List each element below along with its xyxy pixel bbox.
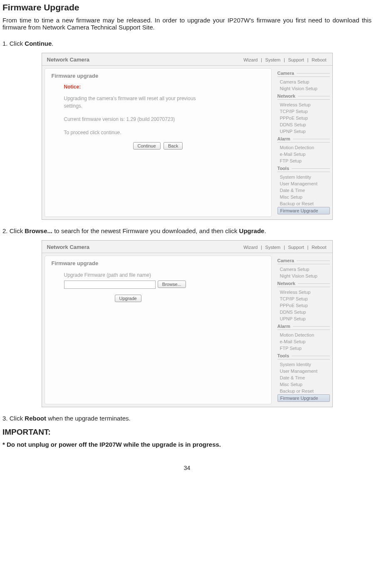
side-head-alarm: Alarm (277, 136, 330, 143)
sidebar-item[interactable]: e-Mail Setup (277, 338, 330, 345)
intro-text: From time to time a new firmware may be … (2, 17, 372, 31)
sidebar-item[interactable]: User Management (277, 368, 330, 374)
step2-bold2: Upgrade (239, 227, 265, 234)
continue-button[interactable]: Continue (133, 142, 161, 150)
step-3: 3. Click Reboot when the upgrade termina… (2, 415, 372, 422)
sidebar-item[interactable]: Motion Detection (277, 144, 330, 151)
top-links: Wizard | System | Support | Reboot (243, 244, 327, 250)
top-links: Wizard | System | Support | Reboot (243, 57, 327, 63)
notice-label: Notice: (64, 84, 265, 90)
side-head-camera: Camera (277, 258, 330, 264)
sidebar-item[interactable]: Backup or Reset (277, 388, 330, 394)
browse-button[interactable]: Browse... (158, 280, 186, 288)
step3-prefix: 3. Click (2, 415, 25, 422)
sidebar: Camera Camera Setup Night Vision Setup N… (274, 253, 332, 407)
sidebar-item[interactable]: Misc Setup (277, 381, 330, 388)
app-title: Network Camera (47, 244, 90, 250)
sidebar-item[interactable]: Night Vision Setup (277, 273, 330, 279)
panel-title: Firmware upgrade (52, 73, 265, 79)
sidebar-item[interactable]: Backup or Reset (277, 200, 330, 207)
link-wizard[interactable]: Wizard (243, 245, 258, 250)
warning-text: * Do not unplug or power off the IP207W … (2, 441, 372, 448)
step2-mid: to search for the newest Firmware you do… (52, 227, 239, 234)
sidebar-item[interactable]: TCP/IP Setup (277, 295, 330, 302)
link-support[interactable]: Support (288, 57, 304, 62)
step-2: 2. Click Browse... to search for the new… (2, 227, 372, 234)
screenshot-1: Network Camera Wizard | System | Support… (42, 53, 333, 220)
sidebar-item[interactable]: Night Vision Setup (277, 85, 330, 92)
sidebar-item[interactable]: Wireless Setup (277, 101, 330, 108)
page-heading: Firmware Upgrade (2, 2, 372, 12)
app-title: Network Camera (47, 57, 90, 63)
screenshot-2: Network Camera Wizard | System | Support… (42, 240, 333, 407)
important-heading: IMPORTANT: (2, 428, 372, 437)
sep: | (261, 245, 262, 250)
side-head-camera: Camera (277, 71, 330, 77)
file-path-input[interactable] (64, 280, 156, 289)
sep: | (307, 57, 309, 62)
link-system[interactable]: System (265, 57, 281, 62)
back-button[interactable]: Back (163, 142, 183, 150)
sidebar-item-firmware-upgrade[interactable]: Firmware Upgrade (277, 394, 330, 402)
link-wizard[interactable]: Wizard (243, 57, 258, 62)
titlebar: Network Camera Wizard | System | Support… (42, 53, 332, 66)
sidebar-item[interactable]: User Management (277, 180, 330, 187)
page-number: 34 (2, 465, 372, 471)
sep: | (261, 57, 262, 62)
titlebar: Network Camera Wizard | System | Support… (42, 241, 332, 253)
sep: | (307, 245, 309, 250)
notice-text-3: To proceed click continue. (64, 129, 214, 136)
sidebar-item[interactable]: Camera Setup (277, 266, 330, 273)
sidebar-item[interactable]: DDNS Setup (277, 309, 330, 315)
link-reboot[interactable]: Reboot (312, 245, 326, 250)
sidebar-item[interactable]: Wireless Setup (277, 289, 330, 295)
sidebar-item-firmware-upgrade[interactable]: Firmware Upgrade (277, 207, 330, 214)
step2-prefix: 2. Click (2, 227, 25, 234)
sidebar-item[interactable]: Camera Setup (277, 79, 330, 85)
content-panel: Firmware upgrade Notice: Upgrading the c… (45, 68, 272, 217)
step-1: 1. Click Continue. (2, 40, 372, 47)
step2-suffix: . (264, 227, 266, 234)
link-system[interactable]: System (265, 245, 281, 250)
sidebar-item[interactable]: FTP Setup (277, 157, 330, 164)
sidebar-item[interactable]: Motion Detection (277, 332, 330, 338)
sidebar-item[interactable]: FTP Setup (277, 345, 330, 352)
sidebar-item[interactable]: System Identity (277, 361, 330, 368)
side-head-network: Network (277, 93, 330, 100)
step3-suffix: when the upgrade terminates. (46, 415, 131, 422)
notice-text-2: Current firmware version is: 1.29 (build… (64, 116, 214, 123)
side-head-tools: Tools (277, 353, 330, 359)
side-head-alarm: Alarm (277, 324, 330, 330)
sidebar-item[interactable]: UPNP Setup (277, 128, 330, 135)
notice-text-1: Upgrading the camera's firmware will res… (64, 95, 214, 110)
step1-prefix: 1. Click (2, 40, 25, 47)
sidebar-item[interactable]: Misc Setup (277, 194, 330, 200)
panel-title: Firmware upgrade (52, 260, 265, 266)
side-head-tools: Tools (277, 166, 330, 172)
step1-suffix: . (52, 40, 53, 47)
sidebar-item[interactable]: Date & Time (277, 374, 330, 381)
sidebar-item[interactable]: e-Mail Setup (277, 151, 330, 157)
sidebar-item[interactable]: PPPoE Setup (277, 115, 330, 121)
sidebar-item[interactable]: DDNS Setup (277, 121, 330, 128)
link-reboot[interactable]: Reboot (312, 57, 326, 62)
link-support[interactable]: Support (288, 245, 304, 250)
upgrade-label: Upgrade Firmware (path and file name) (64, 271, 214, 279)
step3-bold: Reboot (25, 415, 46, 422)
sidebar-item[interactable]: UPNP Setup (277, 315, 330, 322)
side-head-network: Network (277, 281, 330, 287)
sidebar-item[interactable]: Date & Time (277, 187, 330, 194)
content-panel: Firmware upgrade Upgrade Firmware (path … (45, 256, 272, 404)
sidebar: Camera Camera Setup Night Vision Setup N… (274, 66, 332, 219)
sidebar-item[interactable]: TCP/IP Setup (277, 108, 330, 115)
step1-bold: Continue (25, 40, 52, 47)
sep: | (284, 57, 285, 62)
sidebar-item[interactable]: PPPoE Setup (277, 302, 330, 309)
upgrade-button[interactable]: Upgrade (115, 295, 141, 302)
sidebar-item[interactable]: System Identity (277, 174, 330, 180)
step2-bold1: Browse... (25, 227, 52, 234)
sep: | (284, 245, 285, 250)
